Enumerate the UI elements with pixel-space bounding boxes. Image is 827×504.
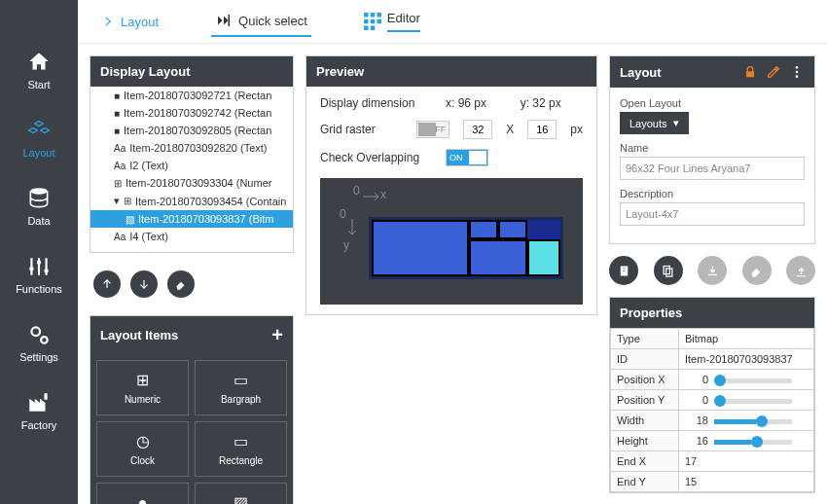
- top-tab-quickselect[interactable]: Quick select: [211, 6, 311, 37]
- tree-item[interactable]: Aa I2 (Text): [90, 157, 293, 174]
- tree-item[interactable]: Aa Item-20180703092820 (Text): [90, 139, 293, 157]
- layout-name-input[interactable]: [620, 157, 805, 180]
- layout-item-circle[interactable]: ●Circle: [96, 483, 189, 504]
- move-down-button[interactable]: [130, 270, 158, 298]
- layout-item-bitmap[interactable]: ▨Bitmap: [195, 483, 287, 504]
- tree-item[interactable]: ▨ Item-20180703093837 (Bitm: [90, 210, 293, 228]
- svg-rect-3: [377, 13, 381, 18]
- desc-label: Description: [620, 188, 805, 199]
- top-tab-quickselect-label: Quick select: [238, 14, 307, 28]
- tree-item[interactable]: Aa I4 (Text): [90, 228, 293, 245]
- prop-val[interactable]: Item-20180703093837: [679, 349, 814, 370]
- prop-slider[interactable]: [714, 399, 792, 404]
- download-button[interactable]: [698, 256, 727, 285]
- prop-val[interactable]: 18: [679, 411, 814, 431]
- prop-val[interactable]: 17: [679, 451, 814, 472]
- prop-row: TypeBitmap: [611, 329, 814, 349]
- grid-h-input[interactable]: [527, 120, 557, 139]
- svg-rect-2: [371, 13, 376, 18]
- prop-slider[interactable]: [714, 378, 792, 383]
- prop-row: End Y15: [611, 472, 814, 492]
- sliders-icon: [26, 254, 52, 279]
- tree-item[interactable]: ▾ ⊞ Item-20180703093454 (Contain: [90, 192, 293, 210]
- add-item-button[interactable]: +: [271, 324, 283, 346]
- svg-point-17: [796, 71, 799, 74]
- prop-key: Width: [611, 411, 679, 431]
- overlap-label: Check Overlapping: [320, 151, 432, 164]
- sidebar-item-data[interactable]: Data: [0, 180, 78, 233]
- edit-icon[interactable]: [766, 64, 781, 80]
- sidebar-item-label: Factory: [21, 419, 57, 431]
- grid-toggle[interactable]: OFF: [416, 121, 450, 138]
- prop-val[interactable]: 15: [679, 472, 814, 492]
- svg-rect-6: [377, 19, 381, 24]
- layout-tree[interactable]: ■ Item-20180703092721 (Rectan■ Item-2018…: [90, 87, 293, 252]
- sidebar-item-start[interactable]: Start: [0, 44, 78, 96]
- svg-rect-8: [371, 26, 376, 31]
- menu-icon[interactable]: [789, 64, 805, 80]
- prop-key: Height: [611, 431, 679, 451]
- grid-label: Grid raster: [320, 123, 403, 136]
- sidebar-item-label: Layout: [22, 147, 54, 159]
- tree-item[interactable]: ■ Item-20180703092742 (Rectan: [90, 104, 293, 122]
- upload-button[interactable]: [786, 256, 815, 285]
- svg-rect-7: [364, 26, 369, 31]
- lock-icon[interactable]: [742, 64, 758, 80]
- gears-icon: [26, 322, 52, 347]
- svg-point-9: [30, 188, 47, 195]
- layout-item-numeric[interactable]: ⊞Numeric: [96, 360, 189, 415]
- prop-row: Position X0: [611, 370, 814, 390]
- layout-item-bargraph[interactable]: ▭Bargraph: [195, 360, 287, 415]
- prop-key: Position Y: [611, 390, 679, 411]
- prop-val[interactable]: 16: [679, 431, 814, 451]
- sidebar-item-label: Settings: [19, 351, 58, 363]
- sidebar-item-label: Start: [27, 79, 50, 90]
- top-tab-layout[interactable]: Layout: [97, 9, 162, 35]
- open-layout-label: Open Layout: [620, 97, 805, 109]
- layout-desc-input[interactable]: [620, 202, 805, 226]
- prop-val[interactable]: Bitmap: [679, 329, 814, 349]
- tree-item[interactable]: ■ Item-20180703092805 (Rectan: [90, 122, 293, 139]
- display-preview[interactable]: [369, 217, 563, 279]
- sidebar-item-layout[interactable]: Layout: [0, 112, 78, 164]
- prop-row: Width18: [611, 411, 814, 431]
- name-label: Name: [620, 142, 805, 154]
- database-icon: [26, 186, 52, 211]
- erase-button-2[interactable]: [742, 256, 772, 285]
- move-up-button[interactable]: [93, 270, 121, 298]
- sidebar-item-settings[interactable]: Settings: [0, 316, 78, 369]
- grid-w-input[interactable]: [463, 120, 492, 139]
- erase-button[interactable]: [167, 270, 195, 298]
- svg-point-13: [31, 327, 40, 336]
- preview-canvas: 0 x 0 y: [320, 178, 583, 305]
- panel-title: Layout: [620, 65, 662, 80]
- sidebar-item-label: Data: [27, 215, 50, 227]
- top-tab-editor[interactable]: Editor: [360, 5, 424, 38]
- prop-key: End Y: [611, 472, 679, 492]
- prop-key: ID: [611, 349, 679, 370]
- layout-item-clock[interactable]: ◷Clock: [96, 421, 189, 477]
- prop-slider[interactable]: [714, 419, 792, 424]
- tree-item[interactable]: ⊞ Item-20180703093304 (Numer: [90, 174, 293, 192]
- panel-title: Properties: [620, 306, 682, 320]
- svg-point-14: [41, 337, 47, 343]
- top-tab-layout-label: Layout: [121, 15, 159, 29]
- sidebar: Start Layout Data Functions Settings Fac…: [0, 0, 78, 504]
- layout-items-panel: Layout Items+ ⊞Numeric▭Bargraph◷Clock▭Re…: [90, 315, 294, 504]
- tree-item[interactable]: ■ Item-20180703092721 (Rectan: [90, 87, 293, 104]
- preview-panel: Preview Display dimensionx: 96 px y: 32 …: [306, 55, 597, 315]
- sidebar-item-factory[interactable]: Factory: [0, 384, 78, 437]
- layouts-dropdown[interactable]: Layouts ▾: [620, 112, 689, 134]
- prop-val[interactable]: 0: [679, 370, 814, 390]
- overlap-toggle[interactable]: ON: [446, 149, 488, 166]
- layout-item-rectangle[interactable]: ▭Rectangle: [195, 421, 287, 477]
- new-button[interactable]: [609, 256, 638, 285]
- prop-slider[interactable]: [714, 440, 792, 445]
- sidebar-item-functions[interactable]: Functions: [0, 248, 78, 301]
- top-tab-editor-label: Editor: [387, 11, 420, 32]
- prop-val[interactable]: 0: [679, 390, 814, 411]
- svg-point-11: [37, 261, 41, 265]
- copy-button[interactable]: [654, 256, 683, 285]
- prop-row: Height16: [611, 431, 814, 451]
- svg-point-10: [29, 267, 33, 270]
